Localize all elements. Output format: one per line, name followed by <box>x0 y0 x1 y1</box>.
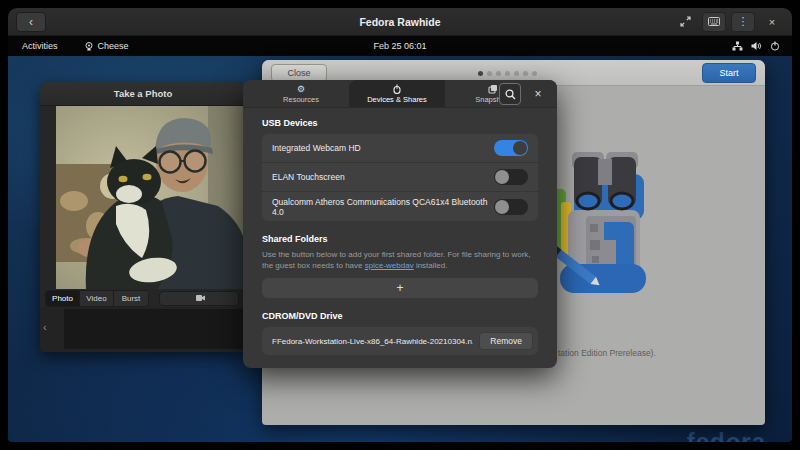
dialog-body: USB Devices Integrated Webcam HD ELAN To… <box>243 108 557 368</box>
webcam-preview <box>56 106 246 289</box>
activities-button[interactable]: Activities <box>22 41 58 51</box>
tab-devices-shares[interactable]: Devices & Shares <box>349 80 445 107</box>
page-dot[interactable] <box>532 71 537 76</box>
photo-gallery-strip: ‹ <box>40 307 246 352</box>
bluetooth-toggle[interactable] <box>494 199 528 215</box>
fullscreen-icon[interactable] <box>673 12 697 32</box>
usb-device-row: Integrated Webcam HD <box>262 134 538 163</box>
cheese-titlebar: Take a Photo <box>40 82 246 106</box>
gear-icon: ⚙ <box>297 84 305 94</box>
add-shared-folder-button[interactable]: + <box>262 278 538 298</box>
power-icon <box>770 41 780 51</box>
box-properties-dialog: ⚙ Resources Devices & Shares Snapshots <box>243 80 557 368</box>
app-indicator-label: Cheese <box>98 41 129 51</box>
back-button[interactable]: ‹ <box>16 12 46 32</box>
prerelease-caption: tation Edition Prerelease). <box>558 348 656 358</box>
cdrom-row: FFedora-Workstation-Live-x86_64-Rawhide-… <box>262 327 538 355</box>
page-dot[interactable] <box>487 71 492 76</box>
cdrom-heading: CDROM/DVD Drive <box>262 311 538 321</box>
keyboard-icon[interactable] <box>702 12 726 32</box>
dialog-header: ⚙ Resources Devices & Shares Snapshots <box>243 80 557 108</box>
volume-icon <box>751 41 762 51</box>
take-photo-button[interactable] <box>159 291 239 306</box>
video-mode-button[interactable]: Video <box>80 291 114 306</box>
search-button[interactable] <box>499 83 521 105</box>
app-indicator[interactable]: Cheese <box>84 41 129 51</box>
network-icon <box>732 41 743 51</box>
close-preview-button[interactable]: Close <box>271 64 327 82</box>
gallery-thumbnails <box>64 309 244 349</box>
menu-kebab-icon[interactable]: ⋮ <box>731 12 755 32</box>
spice-webdav-link[interactable]: spice-webdav <box>365 261 414 270</box>
close-window-icon[interactable]: × <box>760 12 784 32</box>
webcam-toggle[interactable] <box>494 140 528 156</box>
usb-device-row: Qualcomm Atheros Communications QCA61x4 … <box>262 192 538 221</box>
shared-folders-description: Use the button below to add your first s… <box>262 250 538 271</box>
cheese-window: Take a Photo <box>40 82 246 352</box>
devices-icon <box>393 84 401 94</box>
start-button[interactable]: Start <box>702 63 756 83</box>
tab-resources[interactable]: ⚙ Resources <box>253 80 349 107</box>
app-titlebar: ‹ Fedora Rawhide ⋮ × <box>8 8 792 36</box>
camera-icon <box>193 294 205 302</box>
snapshots-icon <box>488 84 498 94</box>
cheese-title: Take a Photo <box>114 88 172 99</box>
shared-folders-heading: Shared Folders <box>262 234 538 244</box>
dialog-close-icon[interactable]: × <box>527 83 549 105</box>
usb-devices-list: Integrated Webcam HD ELAN Touchscreen Qu… <box>262 134 538 221</box>
gallery-prev-button[interactable]: ‹ <box>43 321 47 333</box>
page-dot[interactable] <box>514 71 519 76</box>
iso-filename: FFedora-Workstation-Live-x86_64-Rawhide-… <box>272 337 473 346</box>
page-dot[interactable] <box>496 71 501 76</box>
remove-iso-button[interactable]: Remove <box>479 332 533 350</box>
usb-devices-heading: USB Devices <box>262 118 538 128</box>
search-icon <box>505 89 516 100</box>
page-dot[interactable] <box>478 71 483 76</box>
burst-mode-button[interactable]: Burst <box>114 291 148 306</box>
photo-mode-button[interactable]: Photo <box>46 291 80 306</box>
cheese-controls: Photo Video Burst <box>40 289 246 307</box>
page-dot[interactable] <box>505 71 510 76</box>
touchscreen-toggle[interactable] <box>494 169 528 185</box>
page-dot[interactable] <box>523 71 528 76</box>
binoculars-robot-artwork <box>546 144 662 310</box>
boxes-app-window: ‹ Fedora Rawhide ⋮ × Activities Cheese F… <box>8 8 792 442</box>
fedora-watermark: fedora <box>687 428 766 442</box>
usb-device-row: ELAN Touchscreen <box>262 163 538 192</box>
vm-display: Activities Cheese Feb 25 06:01 fedora Cl… <box>8 36 792 442</box>
webcam-icon <box>84 42 94 51</box>
shell-top-bar: Activities Cheese Feb 25 06:01 <box>8 36 792 56</box>
